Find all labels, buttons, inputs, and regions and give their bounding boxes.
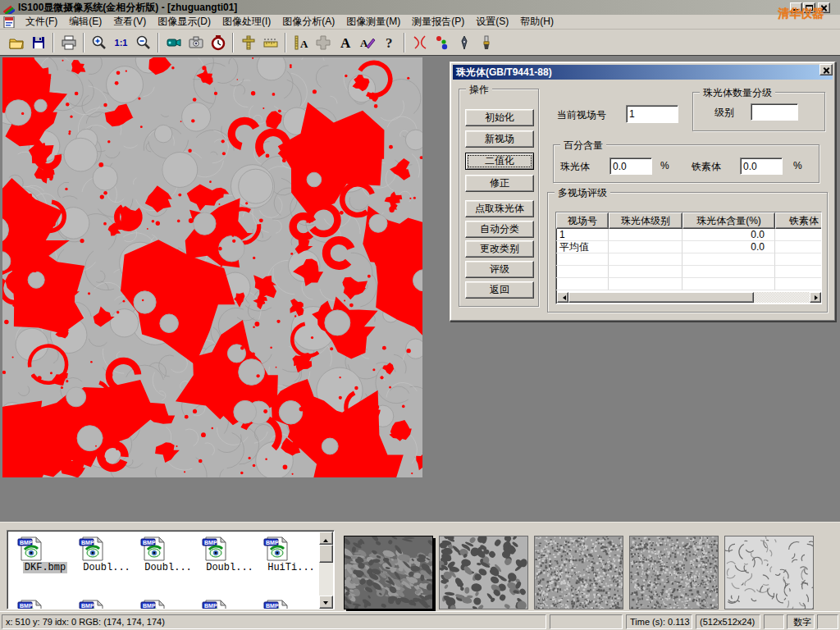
file-item[interactable]: BMP Doubl...: [78, 536, 135, 573]
particles-icon: [434, 34, 450, 51]
menu-measure-report[interactable]: 测量报告(P): [406, 14, 470, 30]
thumbnail-4[interactable]: [629, 536, 719, 609]
table-row[interactable]: 1 0.0: [556, 229, 821, 241]
photo-capture-button[interactable]: [185, 32, 207, 53]
toolbar: 1:1 A A A ?: [0, 30, 840, 56]
micrograph-image[interactable]: [2, 57, 422, 477]
correct-button[interactable]: 修正: [465, 175, 534, 192]
file-item[interactable]: BMP: [262, 600, 320, 609]
open-button[interactable]: [5, 32, 27, 53]
annotate-tool-button[interactable]: A: [356, 32, 378, 53]
return-button[interactable]: 返回: [465, 281, 534, 299]
document-icon[interactable]: [3, 16, 16, 28]
file-item[interactable]: BMP: [201, 600, 258, 609]
actual-size-icon: 1:1: [115, 38, 128, 48]
change-class-button[interactable]: 更改类别: [465, 240, 534, 258]
file-item[interactable]: BMP Doubl...: [201, 536, 258, 573]
help-button[interactable]: ?: [378, 32, 400, 53]
brush-tool-button[interactable]: [475, 32, 497, 53]
pick-pearlite-button[interactable]: 点取珠光体: [465, 200, 534, 217]
pen-icon: [456, 34, 472, 51]
text-tool-button[interactable]: A: [334, 32, 356, 53]
zoom-out-button[interactable]: [132, 32, 154, 53]
file-item[interactable]: BMP: [16, 600, 74, 609]
grid-tool-button[interactable]: [312, 32, 334, 53]
svg-text:BMP: BMP: [20, 603, 33, 609]
pearlite-input[interactable]: [609, 158, 652, 175]
svg-text:BMP: BMP: [266, 603, 279, 609]
help-icon: ?: [381, 34, 398, 51]
menu-image-analysis[interactable]: 图像分析(A): [276, 14, 340, 30]
text-icon: A: [337, 34, 354, 51]
curve-tool-button[interactable]: [409, 32, 431, 53]
curve-icon: [412, 34, 428, 51]
scroll-thumb[interactable]: [319, 545, 333, 563]
zoom-in-button[interactable]: [88, 32, 110, 53]
thumbnail-5[interactable]: [724, 536, 814, 609]
pen-tool-button[interactable]: [453, 32, 475, 53]
init-button[interactable]: 初始化: [465, 109, 534, 126]
caliper-measure-button[interactable]: [237, 32, 259, 53]
toolbar-separator: [285, 33, 286, 52]
menu-image-display[interactable]: 图像显示(D): [152, 14, 217, 30]
file-item[interactable]: BMP DKF.bmp: [16, 536, 74, 573]
status-time: Time (s): 0.113: [626, 614, 692, 629]
grid-cross-icon: [315, 34, 331, 51]
menu-settings[interactable]: 设置(S): [470, 14, 514, 30]
file-list-scrollbar[interactable]: [319, 532, 333, 609]
caliper-icon: [240, 34, 257, 51]
file-item[interactable]: BMP Doubl...: [139, 536, 197, 573]
svg-text:BMP: BMP: [204, 540, 217, 546]
table-row[interactable]: 平均值 0.0: [556, 241, 821, 253]
thumbnail-2[interactable]: [439, 536, 528, 609]
menu-view[interactable]: 查看(V): [107, 14, 152, 30]
toolbar-separator: [52, 33, 54, 52]
measure-label-button[interactable]: A: [290, 32, 312, 53]
cell-ferrite: [775, 241, 822, 253]
ferrite-input[interactable]: [740, 158, 783, 175]
ruler-icon: [262, 34, 279, 51]
video-capture-button[interactable]: [162, 32, 185, 53]
scroll-left-arrow[interactable]: [557, 292, 568, 303]
dialog-close-button[interactable]: [819, 64, 833, 75]
grade-button[interactable]: 评级: [465, 261, 534, 278]
menu-help[interactable]: 帮助(H): [514, 14, 559, 30]
status-empty-1: [550, 614, 623, 629]
menu-image-measure[interactable]: 图像测量(M): [340, 14, 406, 30]
ruler-measure-button[interactable]: [259, 32, 281, 53]
current-field-input[interactable]: [626, 105, 678, 123]
file-name: HuiTi...: [266, 562, 317, 573]
scroll-track[interactable]: [754, 292, 810, 303]
phase-tool-button[interactable]: [431, 32, 453, 53]
cell-field: 平均值: [556, 241, 609, 253]
actual-size-button[interactable]: 1:1: [110, 32, 132, 53]
file-item[interactable]: BMP: [78, 600, 135, 609]
file-item[interactable]: BMP HuiTi...: [262, 536, 320, 573]
ferrite-label: 铁素体: [692, 160, 721, 174]
new-field-button[interactable]: 新视场: [465, 130, 534, 148]
thumbnail-3[interactable]: [534, 536, 623, 609]
file-name: Doubl...: [81, 562, 132, 573]
scroll-right-arrow[interactable]: [810, 292, 821, 303]
save-button[interactable]: [27, 32, 49, 53]
file-name: DKF.bmp: [23, 562, 67, 573]
scroll-down-arrow[interactable]: [319, 596, 333, 609]
menu-edit[interactable]: 编辑(E): [63, 14, 107, 30]
scroll-thumb[interactable]: [568, 292, 754, 303]
auto-classify-button[interactable]: 自动分类: [465, 221, 534, 238]
pearlite-dialog: 珠光体(GB/T9441-88) 操作 初始化 新视场 二值化 修正 点取珠光体…: [450, 62, 836, 322]
thumbnail-1[interactable]: [344, 536, 433, 609]
table-empty-row: [556, 266, 821, 278]
scroll-up-arrow[interactable]: [319, 532, 333, 545]
file-item[interactable]: BMP: [139, 600, 197, 609]
timer-button[interactable]: [207, 32, 229, 53]
menu-image-process[interactable]: 图像处理(I): [217, 14, 276, 30]
print-button[interactable]: [57, 32, 80, 53]
menu-file[interactable]: 文件(F): [20, 14, 63, 30]
table-hscrollbar[interactable]: [557, 292, 821, 303]
binarize-button[interactable]: 二值化: [465, 153, 534, 170]
grade-input[interactable]: [751, 103, 798, 121]
file-name: Doubl...: [204, 562, 255, 573]
dialog-titlebar[interactable]: 珠光体(GB/T9441-88): [453, 65, 833, 80]
multi-field-table: 视场号 珠光体级别 珠光体含量(%) 铁素体 1 0.0 平均值 0.0: [555, 212, 822, 304]
